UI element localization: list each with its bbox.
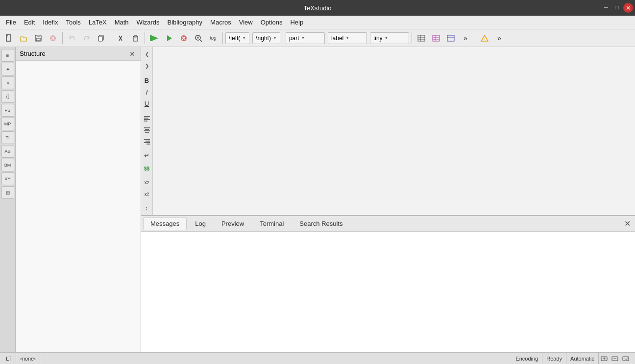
save-button[interactable] [31, 31, 45, 45]
superscript-button[interactable]: x2 [142, 189, 152, 199]
tab-terminal[interactable]: Terminal [252, 218, 291, 230]
left-panel: ≡ ✦ ✳ ([ PS MP TI AS BM XY ⊞ [0, 47, 16, 352]
table-btn-3[interactable] [444, 31, 458, 45]
encoding-status: Encoding [512, 353, 542, 364]
right-cmd-dropdown[interactable]: \right) ▼ [252, 32, 280, 44]
status-icon-2[interactable] [610, 353, 620, 364]
editor-body[interactable] [153, 47, 635, 215]
build-all-button[interactable] [147, 31, 161, 45]
structure-title: Structure [20, 50, 46, 57]
menu-bibliography[interactable]: Bibliography [164, 17, 207, 27]
menu-math[interactable]: Math [111, 17, 133, 27]
redo-button[interactable] [80, 31, 94, 45]
menu-help[interactable]: Help [286, 17, 307, 27]
menu-bar: File Edit Idefix Tools LaTeX Math Wizard… [0, 16, 635, 29]
none-indicator: ‹none› [16, 353, 40, 364]
menu-options[interactable]: Options [257, 17, 287, 27]
bm-icon[interactable]: BM [1, 159, 14, 171]
tab-preview[interactable]: Preview [214, 218, 251, 230]
menu-file[interactable]: File [2, 17, 20, 27]
minimize-button[interactable]: ─ [602, 3, 611, 12]
svg-line-56 [624, 358, 626, 360]
status-bar: LT ‹none› Encoding Ready Automatic [0, 352, 635, 364]
right-cmd-label: \right) [256, 35, 271, 42]
collapse-down-button[interactable]: ❯ [142, 61, 152, 72]
menu-idefix[interactable]: Idefix [39, 17, 62, 27]
align-center-button[interactable] [142, 125, 152, 136]
menu-tools[interactable]: Tools [62, 17, 84, 27]
paste-button[interactable] [128, 31, 142, 45]
tab-search-results[interactable]: Search Results [292, 218, 350, 230]
table-btn-2[interactable] [429, 31, 443, 45]
menu-wizards[interactable]: Wizards [133, 17, 164, 27]
tab-log[interactable]: Log [188, 218, 213, 230]
close-doc-button[interactable] [46, 31, 60, 45]
ps-icon[interactable]: PS [1, 104, 14, 117]
math-inline-button[interactable]: $$ [142, 164, 152, 174]
right-cmd-arrow: ▼ [273, 36, 277, 40]
table-btn-1[interactable] [415, 31, 428, 45]
svg-marker-16 [151, 35, 158, 41]
ti-icon[interactable]: TI [1, 131, 14, 144]
underline-button[interactable]: U [142, 98, 152, 109]
svg-marker-18 [167, 35, 172, 41]
undo-button[interactable] [65, 31, 79, 45]
copy-button[interactable] [95, 31, 108, 45]
run-button[interactable] [162, 31, 176, 45]
more-format-button[interactable]: ⋮ [142, 202, 152, 213]
bottom-panel-close[interactable]: ✕ [621, 218, 633, 230]
log-button[interactable]: log [206, 31, 220, 45]
main-area: ≡ ✦ ✳ ([ PS MP TI AS BM XY ⊞ Structure ✕… [0, 47, 635, 352]
more-btn2[interactable]: » [492, 31, 506, 45]
menu-macros[interactable]: Macros [206, 17, 235, 27]
menu-latex[interactable]: LaTeX [85, 17, 111, 27]
bold-button[interactable]: B [142, 75, 152, 86]
bookmark-icon[interactable]: ✦ [1, 63, 14, 75]
collapse-up-button[interactable]: ❮ [142, 49, 152, 60]
app-title: TeXstudio [303, 4, 331, 12]
italic-button[interactable]: I [142, 87, 152, 97]
todo-icon[interactable]: ✳ [1, 76, 14, 89]
separator-3 [145, 32, 145, 44]
svg-text:!: ! [484, 37, 485, 41]
size-dropdown-label: tiny [373, 35, 383, 42]
separator-5 [283, 32, 283, 44]
svg-rect-17 [150, 35, 151, 41]
tab-messages[interactable]: Messages [143, 218, 187, 230]
svg-rect-11 [98, 36, 102, 41]
structure-close-button[interactable]: ✕ [128, 49, 137, 58]
label-dropdown-label: label [331, 35, 343, 42]
left-cmd-dropdown[interactable]: \left( ▼ [225, 32, 249, 44]
automatic-status: Automatic [566, 353, 599, 364]
warning-button[interactable]: ! [478, 31, 491, 45]
label-dropdown[interactable]: label ▼ [328, 32, 367, 44]
zoom-button[interactable] [192, 31, 205, 45]
new-button[interactable] [2, 31, 16, 45]
size-dropdown[interactable]: tiny ▼ [370, 32, 409, 44]
subscript-button[interactable]: x2 [142, 177, 152, 188]
structure-icon[interactable]: ≡ [1, 49, 14, 62]
stop-button[interactable] [177, 31, 191, 45]
status-icon-3[interactable] [620, 353, 631, 364]
structure-header: Structure ✕ [16, 47, 141, 61]
bracket-check-icon[interactable]: ([ [1, 90, 14, 103]
menu-edit[interactable]: Edit [20, 17, 39, 27]
svg-rect-26 [418, 35, 425, 41]
status-icon-1[interactable] [599, 353, 610, 364]
grid-icon[interactable]: ⊞ [1, 186, 14, 199]
newline-button[interactable]: ↵ [142, 150, 152, 161]
svg-rect-34 [447, 35, 454, 41]
align-right-button[interactable] [142, 136, 152, 147]
more-btn[interactable]: » [459, 31, 472, 45]
maximize-button[interactable]: □ [612, 3, 621, 12]
close-button[interactable]: ✕ [623, 3, 633, 13]
align-left-button[interactable] [142, 113, 152, 124]
svg-rect-30 [433, 35, 440, 41]
open-button[interactable] [17, 31, 30, 45]
mp-icon[interactable]: MP [1, 118, 14, 130]
menu-view[interactable]: View [235, 17, 257, 27]
as-icon[interactable]: AS [1, 145, 14, 158]
xy-icon[interactable]: XY [1, 172, 14, 185]
cut-button[interactable] [114, 31, 127, 45]
part-dropdown[interactable]: part ▼ [286, 32, 325, 44]
